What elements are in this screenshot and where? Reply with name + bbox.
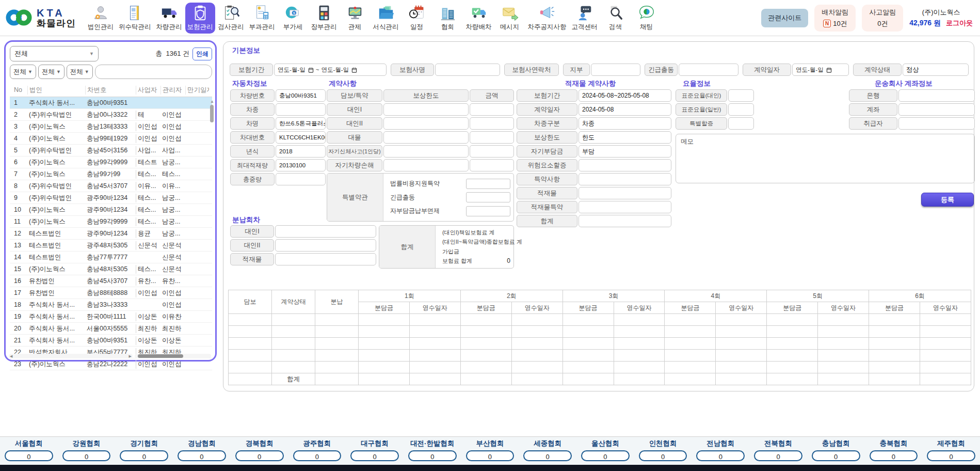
association-count[interactable]: 0: [408, 450, 457, 461]
nav-item-법인관리[interactable]: 법인관리: [86, 3, 116, 34]
vehicle-field-input[interactable]: 20130100: [276, 159, 326, 171]
table-row[interactable]: 23(주)이노웍스충남22나2222이인섭이인섭: [10, 358, 212, 370]
nav-item-고객센터[interactable]: 고객센터: [570, 3, 600, 34]
nav-item-검색[interactable]: 검색: [601, 3, 631, 34]
coverage-amount-input[interactable]: [470, 103, 514, 116]
nav-item-서식관리[interactable]: 서식관리: [371, 3, 401, 34]
association-count[interactable]: 0: [5, 450, 53, 461]
association-count[interactable]: 0: [178, 450, 226, 461]
memo-textarea[interactable]: 메모: [676, 134, 975, 183]
table-row[interactable]: 8(주)위수탁법인충남45서3707이유...이유...: [10, 180, 212, 192]
dispatch-alert-box[interactable]: 배차알림 N 10건: [814, 5, 856, 32]
scroll-up-icon[interactable]: ▲: [210, 100, 214, 104]
insurer-name-input[interactable]: [435, 64, 500, 76]
coverage-limit-input[interactable]: [383, 159, 469, 171]
cargo-field-input[interactable]: 한도: [579, 131, 671, 144]
nav-item-메시지[interactable]: 메시지: [495, 3, 525, 34]
vehicle-field-input[interactable]: [276, 173, 326, 185]
horizontal-scrollbar[interactable]: ◀ ▶: [9, 354, 211, 358]
sub-filter-select-3[interactable]: 전체▼: [67, 65, 93, 79]
cargo-field-input[interactable]: 2024-05-08~2025-05-08: [579, 89, 671, 102]
table-row[interactable]: 4(주)이노웍스충남99테1929이인섭이인섭: [10, 133, 212, 145]
nav-item-부가세[interactable]: $부가세: [278, 3, 308, 34]
table-row[interactable]: 1주식회사 동서...충남00바9351: [10, 97, 212, 109]
table-row[interactable]: 11(주)이노웍스충남99각9999테스...남궁...: [10, 216, 212, 228]
table-row[interactable]: 14테스트법인충남77투7777신문석: [10, 252, 212, 263]
association-count[interactable]: 0: [754, 450, 802, 461]
cargo-field-input[interactable]: [579, 201, 671, 213]
nav-item-일정[interactable]: 일정: [402, 3, 432, 34]
nav-item-위수탁관리[interactable]: 위수탁관리: [117, 3, 153, 34]
association-count[interactable]: 0: [639, 450, 687, 461]
cargo-field-input[interactable]: 부담: [579, 145, 671, 158]
coverage-amount-input[interactable]: [470, 145, 514, 158]
association-count[interactable]: 0: [927, 450, 975, 461]
table-row[interactable]: 13테스트법인광주48저5305신문석신문석: [10, 240, 212, 252]
rate-field-input[interactable]: [728, 89, 754, 102]
association-count[interactable]: 0: [293, 450, 342, 461]
coverage-amount-input[interactable]: [470, 159, 514, 171]
association-count[interactable]: 0: [523, 450, 572, 461]
corporation-filter-select[interactable]: 전체 ▼: [10, 46, 99, 61]
nav-item-보험관리[interactable]: 보험관리: [185, 3, 215, 34]
nav-item-차량관리[interactable]: 차량관리: [154, 3, 184, 34]
table-row[interactable]: 20주식회사 동서...서울00자5555최진하최진하: [10, 323, 212, 335]
special-term-amount-input[interactable]: [466, 179, 510, 189]
accident-alert-box[interactable]: 사고알림 0건: [862, 5, 903, 32]
special-term-amount-input[interactable]: [466, 192, 510, 202]
nav-item-부과관리[interactable]: 부과관리: [247, 3, 277, 34]
installment-input[interactable]: [275, 239, 376, 252]
association-count[interactable]: 0: [350, 450, 399, 461]
association-count[interactable]: 0: [870, 450, 918, 461]
print-button[interactable]: 인쇄: [192, 48, 212, 60]
horizontal-scroll-thumb[interactable]: [138, 354, 183, 358]
nav-item-검사관리[interactable]: 검사관리: [216, 3, 246, 34]
nav-item-차량배차[interactable]: 차량배차: [464, 3, 494, 34]
sub-filter-select-2[interactable]: 전체▼: [38, 65, 65, 79]
association-count[interactable]: 0: [696, 450, 745, 461]
nav-item-차주공지사항[interactable]: 차주공지사항: [526, 3, 569, 34]
association-count[interactable]: 0: [120, 450, 168, 461]
nav-item-채팅[interactable]: 채팅: [632, 3, 662, 34]
vertical-scrollbar[interactable]: ▲: [210, 100, 214, 353]
table-row[interactable]: 21주식회사 동서...충남00바9351이상돈이상돈: [10, 335, 212, 347]
bank-field-input[interactable]: [898, 117, 975, 130]
vehicle-field-input[interactable]: KLTCC6CH1EK001154: [276, 131, 326, 144]
table-row[interactable]: 12테스트법인광주90바1234용균남궁...: [10, 228, 212, 240]
association-count[interactable]: 0: [62, 450, 111, 461]
coverage-limit-input[interactable]: [383, 117, 469, 130]
scroll-left-icon[interactable]: ◀: [10, 354, 12, 358]
cargo-field-input[interactable]: [579, 215, 671, 227]
cargo-field-input[interactable]: 2024-05-08: [579, 103, 671, 116]
cargo-field-input[interactable]: [579, 187, 671, 199]
table-row[interactable]: 6(주)이노웍스충남99각9999테스트남궁...: [10, 156, 212, 168]
cargo-field-input[interactable]: [579, 173, 671, 185]
table-row[interactable]: 7(주)이노웍스충남99가99테스...테스...: [10, 168, 212, 180]
cargo-field-input[interactable]: 차종: [579, 117, 671, 130]
branch-input[interactable]: [591, 64, 640, 76]
logout-button[interactable]: 로그아웃: [946, 18, 973, 28]
table-row[interactable]: 16유찬법인충남45사3707유찬...유찬...: [10, 275, 212, 287]
sub-filter-select-1[interactable]: 전체▼: [10, 65, 36, 79]
nav-item-관제[interactable]: 관제: [340, 3, 370, 34]
table-row[interactable]: 17유찬법인충남88테8888이인섭이인섭: [10, 287, 212, 299]
coverage-amount-input[interactable]: [470, 131, 514, 144]
coverage-limit-input[interactable]: [383, 103, 469, 116]
installment-input[interactable]: [275, 253, 376, 265]
register-button[interactable]: 등록: [921, 193, 974, 207]
table-row[interactable]: 9(주)위수탁법인광주90바1234테스...남궁...: [10, 192, 212, 204]
nav-item-장부관리[interactable]: 장부관리: [309, 3, 339, 34]
scroll-right-icon[interactable]: ▶: [129, 354, 132, 358]
table-row[interactable]: 19주식회사 동서...한국00바1111이상돈이유찬: [10, 311, 212, 323]
rate-field-input[interactable]: [728, 117, 754, 130]
table-row[interactable]: 3(주)이노웍스충남13테3333이인섭이인섭: [10, 121, 212, 133]
emergency-dispatch-input[interactable]: [679, 64, 738, 76]
contract-status-input[interactable]: 정상: [903, 64, 969, 76]
coverage-limit-input[interactable]: [383, 145, 469, 158]
association-count[interactable]: 0: [466, 450, 515, 461]
vertical-scroll-thumb[interactable]: [210, 105, 214, 122]
vehicle-field-input[interactable]: 2018: [276, 145, 326, 158]
nav-item-협회[interactable]: 협회: [433, 3, 463, 34]
table-row[interactable]: 5(주)위수탁법인충남45어3156사업...사업...: [10, 145, 212, 156]
special-term-amount-input[interactable]: [466, 206, 510, 216]
